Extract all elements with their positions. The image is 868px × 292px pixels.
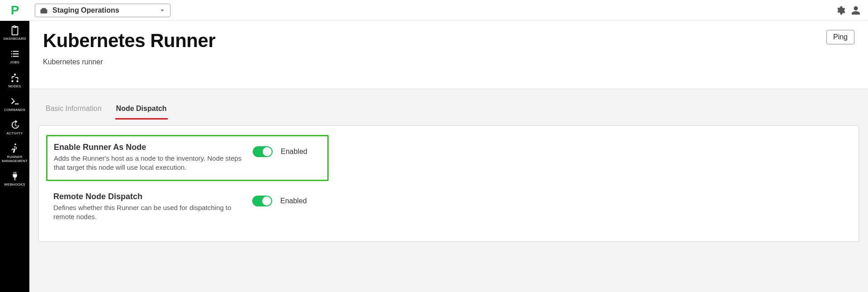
toggle-state-label: Enabled (280, 197, 307, 205)
sidebar-item-label: NODES (8, 85, 21, 88)
setting-description: Defines whether this Runner can be used … (53, 203, 243, 222)
sidebar-item-label: DASHBOARD (3, 37, 26, 41)
sidebar-item-label: COMMANDS (4, 108, 25, 112)
page-header: Kubernetes Runner Kubernetes runner Ping (29, 21, 868, 89)
gear-icon[interactable] (835, 5, 845, 15)
ping-button[interactable]: Ping (826, 30, 854, 44)
sidebar-item-dashboard[interactable]: DASHBOARD (0, 21, 29, 44)
brand-letter: P (11, 3, 19, 18)
plug-icon (10, 171, 20, 181)
topbar: Staging Operations (29, 0, 868, 21)
sidebar-item-label: JOBS (10, 61, 19, 64)
toggle-remote-node-dispatch[interactable] (252, 196, 272, 206)
tab-bar: Basic Information Node Dispatch (38, 102, 859, 120)
toggle-enable-runner-as-node[interactable] (253, 146, 273, 157)
chevron-down-icon (159, 7, 165, 14)
sitemap-icon (10, 73, 20, 83)
sidebar: P DASHBOARD JOBS NODES COMMANDS ACTIVITY… (0, 0, 29, 292)
settings-panel: Enable Runner As Node Adds the Runner's … (38, 125, 859, 242)
list-check-icon (10, 49, 20, 59)
clipboard-icon (10, 25, 20, 35)
sidebar-item-label: WEBHOOKS (4, 183, 25, 187)
topbar-actions (835, 5, 861, 15)
sidebar-item-label: ACTIVITY (6, 132, 23, 135)
brand-logo[interactable]: P (0, 0, 29, 21)
sidebar-item-jobs[interactable]: JOBS (0, 44, 29, 68)
project-name: Staging Operations (52, 6, 119, 14)
project-selector[interactable]: Staging Operations (35, 4, 170, 17)
sidebar-item-runner-management[interactable]: RUNNER MANAGEMENT (0, 139, 29, 167)
sidebar-item-label: RUNNER MANAGEMENT (1, 155, 28, 163)
setting-enable-runner-as-node: Enable Runner As Node Adds the Runner's … (46, 135, 329, 181)
setting-remote-node-dispatch: Remote Node Dispatch Defines whether thi… (46, 186, 851, 228)
sidebar-item-nodes[interactable]: NODES (0, 68, 29, 92)
tab-basic-information[interactable]: Basic Information (45, 102, 103, 120)
main-column: Staging Operations Kubernetes Runner Kub… (29, 0, 868, 292)
setting-description: Adds the Runner's host as a node to the … (54, 154, 244, 172)
history-icon (10, 120, 20, 130)
sidebar-item-webhooks[interactable]: WEBHOOKS (0, 167, 29, 190)
sidebar-item-commands[interactable]: COMMANDS (0, 92, 29, 115)
running-icon (10, 144, 20, 153)
setting-title: Enable Runner As Node (54, 143, 244, 152)
user-icon[interactable] (851, 5, 861, 15)
page-title: Kubernetes Runner (43, 30, 215, 52)
sidebar-item-activity[interactable]: ACTIVITY (0, 115, 29, 139)
toolbox-icon (40, 7, 48, 14)
content-area: Basic Information Node Dispatch Enable R… (29, 89, 868, 292)
toggle-state-label: Enabled (281, 148, 307, 156)
page-subtitle: Kubernetes runner (43, 58, 215, 66)
terminal-icon (10, 96, 20, 106)
tab-node-dispatch[interactable]: Node Dispatch (115, 102, 168, 120)
setting-title: Remote Node Dispatch (53, 192, 243, 201)
